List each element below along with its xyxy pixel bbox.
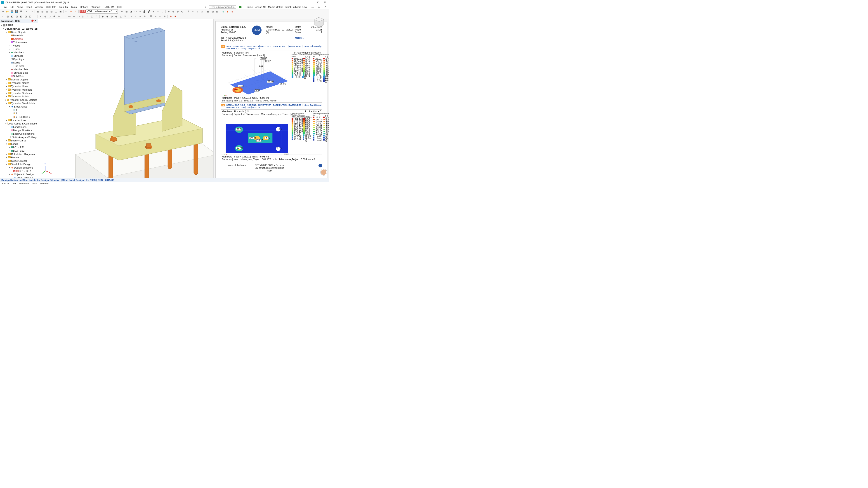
t2h[interactable]: □ xyxy=(33,14,37,19)
t2c[interactable]: ◧ xyxy=(10,14,14,19)
user-avatar-icon[interactable] xyxy=(320,169,327,175)
t2x[interactable]: ◒ xyxy=(110,14,114,19)
tb-u[interactable]: ▤ xyxy=(215,9,219,13)
tb-g[interactable]: ▞ xyxy=(147,9,151,13)
tb-q[interactable]: ⍁ xyxy=(195,9,199,13)
doc-min-icon[interactable]: — xyxy=(310,5,315,8)
save-icon[interactable]: 💾 xyxy=(10,9,14,13)
tb-i[interactable]: ⌗ xyxy=(156,9,160,13)
t2l[interactable]: ✚ xyxy=(52,14,56,19)
t2aa[interactable]: ▽ xyxy=(123,14,127,19)
tb-p[interactable]: ⌂ xyxy=(191,9,195,13)
menu-results[interactable]: Results xyxy=(58,5,69,8)
t2o[interactable]: — xyxy=(67,14,71,19)
tb-f[interactable]: ▟ xyxy=(143,9,147,13)
menu-edit[interactable]: Edit xyxy=(8,5,16,8)
res-edit[interactable]: Edit xyxy=(11,182,17,184)
layout3-icon[interactable]: ▧ xyxy=(49,9,53,13)
undo-icon[interactable]: ↶ xyxy=(25,9,29,13)
t2ah[interactable]: ≡ xyxy=(158,14,162,19)
t2q[interactable]: ▭ xyxy=(76,14,81,19)
t2ac[interactable]: ↙ xyxy=(134,14,138,19)
t2g[interactable]: ◫ xyxy=(28,14,32,19)
t2ad[interactable]: ⇄ xyxy=(138,14,143,19)
t2m[interactable]: ⊕ xyxy=(57,14,61,19)
t2i[interactable]: ✕ xyxy=(39,14,43,19)
model-viewport[interactable]: Z Y X xyxy=(38,19,213,178)
open-icon[interactable]: 📂 xyxy=(5,9,9,13)
t2d[interactable]: ◨ xyxy=(14,14,19,19)
cursor-icon[interactable]: ▭ xyxy=(1,14,5,19)
t2k[interactable]: ◌ xyxy=(48,14,52,19)
navigator-tree[interactable]: ▾RFEM ▾ColumnBAse_02_test02 (1).rf6* ▾Ba… xyxy=(0,23,38,178)
t2y[interactable]: ◓ xyxy=(114,14,118,19)
tb-w[interactable]: ▮ xyxy=(225,9,230,13)
doc-close-icon[interactable]: ✕ xyxy=(323,5,328,8)
res-sel[interactable]: Selection xyxy=(18,182,30,184)
tb-d[interactable]: ▭ xyxy=(133,9,137,13)
minimize-button[interactable]: — xyxy=(308,0,315,5)
layout2-icon[interactable]: ▤ xyxy=(45,9,49,13)
t2v[interactable]: ◐ xyxy=(101,14,105,19)
layout1-icon[interactable]: ▥ xyxy=(40,9,44,13)
t2ai[interactable]: ⊞ xyxy=(162,14,166,19)
load-combo[interactable]: CO1 Load combination 1 xyxy=(86,9,118,13)
tb-l[interactable]: ◎ xyxy=(171,9,175,13)
t2s[interactable]: ⧉ xyxy=(86,14,90,19)
t2ae[interactable]: ⇅ xyxy=(143,14,147,19)
t2ak[interactable]: ✖ xyxy=(173,14,177,19)
calc2-icon[interactable]: ✧ xyxy=(73,9,78,13)
menu-options[interactable]: Options xyxy=(79,5,90,8)
t2f[interactable]: ◪ xyxy=(24,14,28,19)
layout5-icon[interactable]: ▣ xyxy=(58,9,62,13)
t2b[interactable]: ◫ xyxy=(5,14,9,19)
menu-file[interactable]: File xyxy=(1,5,8,8)
res-settings[interactable]: Settings xyxy=(39,182,50,184)
t2t[interactable]: ⬚ xyxy=(90,14,94,19)
tb-h[interactable]: ⊞ xyxy=(151,9,156,13)
tb-j[interactable]: ⌷ xyxy=(160,9,164,13)
t2w[interactable]: ◑ xyxy=(105,14,109,19)
tb-m[interactable]: ◍ xyxy=(176,9,180,13)
menu-insert[interactable]: Insert xyxy=(24,5,33,8)
print-icon[interactable]: 🖶 xyxy=(19,9,23,13)
res-goto[interactable]: Go To xyxy=(1,182,10,184)
tb-o[interactable]: ⚙ xyxy=(186,9,190,13)
keyword-search[interactable] xyxy=(209,5,236,8)
t2p[interactable]: ▬ xyxy=(72,14,76,19)
saveall-icon[interactable]: 💾 xyxy=(14,9,19,13)
t2j[interactable]: ◎ xyxy=(43,14,47,19)
tb-v[interactable]: ▮ xyxy=(221,9,225,13)
menu-window[interactable]: Window xyxy=(90,5,102,8)
redo-icon[interactable]: ↷ xyxy=(30,9,34,13)
tb-r[interactable]: ⍂ xyxy=(200,9,204,13)
tb-x[interactable]: ▮ xyxy=(230,9,234,13)
new-icon[interactable]: 🗎 xyxy=(1,9,5,13)
layout4-icon[interactable]: ◫ xyxy=(54,9,58,13)
tb-k[interactable]: ⊗ xyxy=(166,9,170,13)
res-view[interactable]: View xyxy=(31,182,38,184)
doc-max-icon[interactable]: ❐ xyxy=(317,5,322,8)
tb-b[interactable]: ◧ xyxy=(124,9,128,13)
menu-tools[interactable]: Tools xyxy=(69,5,78,8)
tb-a[interactable]: ↔ xyxy=(120,9,124,13)
t2u[interactable]: ◊ xyxy=(94,14,98,19)
grid-icon[interactable]: ▦ xyxy=(36,9,40,13)
menu-view[interactable]: View xyxy=(16,5,24,8)
t2ab[interactable]: ↗ xyxy=(129,14,133,19)
tb-t[interactable]: ◫ xyxy=(211,9,215,13)
view-cube-icon[interactable] xyxy=(313,16,326,29)
t2e[interactable]: ◩ xyxy=(19,14,23,19)
calc-icon[interactable]: ✦ xyxy=(69,9,73,13)
t2aj[interactable]: ⊗ xyxy=(168,14,173,19)
close-button[interactable]: ✕ xyxy=(321,0,328,5)
menu-assign[interactable]: Assign xyxy=(34,5,44,8)
menu-help[interactable]: Help xyxy=(116,5,124,8)
t2z[interactable]: △ xyxy=(119,14,123,19)
t2n[interactable]: · xyxy=(63,14,67,19)
refresh-icon[interactable]: ⟳ xyxy=(64,9,68,13)
nav-close-icon[interactable]: ✕ xyxy=(34,20,36,22)
t2ag[interactable]: ✂ xyxy=(153,14,158,19)
tb-s[interactable]: ▦ xyxy=(206,9,210,13)
nav-pin-icon[interactable]: 📌 xyxy=(31,20,34,22)
